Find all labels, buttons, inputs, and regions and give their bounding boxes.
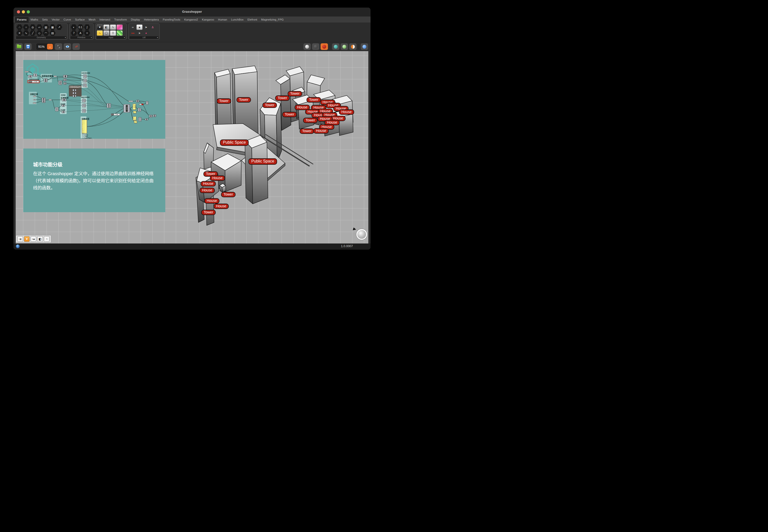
curve-icon[interactable]: ∿ [23, 30, 29, 36]
tab-sets[interactable]: Sets [40, 17, 50, 23]
jump-arrow-icon[interactable]: ➤ [136, 30, 142, 36]
param-pill[interactable]: Data [49, 99, 52, 101]
tab-curve[interactable]: Curve [62, 17, 73, 23]
tab-transform[interactable]: Transform [112, 17, 129, 23]
component-lng[interactable] [62, 104, 65, 107]
shape-icon[interactable]: ⌗ [84, 30, 90, 36]
param-pill[interactable]: 城市平面 [25, 71, 29, 72]
component-cull[interactable]: Cull [33, 74, 37, 77]
data-panel[interactable]: (0) 0 2 1 14 2 0.5 [133, 116, 136, 120]
component-merge[interactable]: Merge [107, 103, 111, 108]
tab-elefront[interactable]: Elefront [246, 17, 259, 23]
tab-human[interactable]: Human [216, 17, 229, 23]
component-item[interactable]: Item [138, 108, 141, 112]
mesh-icon[interactable]: ▦ [49, 24, 56, 30]
value-list-icon[interactable]: ☰ [110, 30, 116, 36]
param-pill[interactable]: 公共空间 [33, 102, 36, 104]
tab-mesh[interactable]: Mesh [87, 17, 97, 23]
data-tree-icon[interactable]: ♣ [136, 24, 142, 30]
integer-icon[interactable]: 7 [71, 30, 77, 36]
component-lng[interactable] [63, 79, 67, 81]
tab-vector[interactable]: Vector [50, 17, 62, 23]
knob-icon[interactable]: ◯ [103, 30, 109, 36]
group-expand-icon[interactable]: ▾ [124, 36, 125, 39]
circle-icon[interactable]: ○ [23, 24, 29, 30]
sketch-pen-button[interactable]: ✎ [72, 43, 80, 50]
open-file-button[interactable] [15, 43, 23, 50]
component-neural[interactable]: Neural [123, 104, 130, 113]
data-panel[interactable]: (0) 0 House 1 Tower 2 Pub [133, 104, 136, 110]
galapagos-flask-icon[interactable]: Δ [150, 24, 156, 30]
component-item[interactable]: Item [44, 78, 47, 82]
blue-sphere-button[interactable] [361, 43, 368, 50]
number-slider[interactable]: Iterations15 [111, 114, 120, 116]
gradient-icon[interactable] [116, 24, 123, 30]
component-remap[interactable]: ReMap [83, 74, 87, 78]
null-item-icon[interactable]: ✕ [16, 30, 23, 36]
view-navigation-sphere[interactable] [356, 229, 367, 240]
number-slider-icon[interactable]: ▼ [97, 24, 103, 30]
param-pill[interactable]: Selected curve [128, 101, 133, 102]
paint-drip-icon[interactable]: ▼ [24, 236, 30, 242]
button-icon[interactable]: ϟ [110, 24, 116, 30]
tab-display[interactable]: Display [129, 17, 142, 23]
gel-ball-icon[interactable]: ● [143, 30, 149, 36]
turquoise-style-button[interactable] [332, 43, 339, 50]
param-pill[interactable]: Data [54, 76, 57, 77]
boolean-icon[interactable]: ◐ [71, 24, 77, 30]
component-remap[interactable]: ReMap [83, 79, 87, 82]
component-bnd[interactable] [72, 95, 76, 97]
component-remap[interactable]: ReMap [82, 104, 86, 107]
component-remap[interactable]: ReMap [82, 109, 86, 113]
tab-params[interactable]: Params [15, 17, 29, 23]
group-expand-icon[interactable]: ▾ [157, 36, 158, 39]
tab-heteroptera[interactable]: Heteroptera [142, 17, 161, 23]
save-file-button[interactable] [24, 43, 32, 50]
data-panel[interactable]: (0;0… 0 1 [133, 111, 136, 113]
boolean-toggle-icon[interactable]: ◧ [103, 24, 109, 30]
param-pill[interactable]: 小房子 [33, 96, 36, 97]
title-bar[interactable]: Grasshopper [13, 8, 371, 16]
line-icon[interactable]: ╱ [30, 30, 36, 36]
cherry-picker-icon[interactable]: ●● [130, 30, 136, 36]
preview-shaded-button[interactable] [321, 43, 328, 50]
preview-toggle-icon[interactable]: ◧ [37, 236, 43, 242]
colour-swatch[interactable]: Swatch [139, 104, 143, 105]
panel-icon[interactable]: ∿ [97, 30, 103, 36]
text-icon[interactable]: A [77, 30, 83, 36]
param-point-icon[interactable]: ∴ [16, 24, 23, 30]
data-path-icon[interactable]: ʃ [84, 24, 90, 30]
component-explode[interactable]: Explode [58, 81, 62, 85]
wire-display-icon[interactable]: ↝ [31, 236, 36, 242]
component-remap[interactable]: ReMap [83, 83, 87, 87]
tab-kangaroo2[interactable]: Kangaroo2 [182, 17, 200, 23]
slider-grip[interactable] [117, 114, 118, 115]
tab-intersect[interactable]: Intersect [97, 17, 112, 23]
group-expand-icon[interactable]: ▾ [91, 36, 92, 39]
brep-icon[interactable]: ▤ [49, 30, 56, 36]
rectangle-icon[interactable]: ◇ [36, 30, 42, 36]
surface-icon[interactable]: ◠ [43, 30, 49, 36]
component-area[interactable] [136, 100, 139, 102]
expression-icon[interactable]: -x [17, 236, 23, 242]
number-icon[interactable]: 0.1 [77, 24, 83, 30]
definition-canvas[interactable]: Easy Ref [16, 51, 368, 243]
spectacles-icon[interactable]: ∞ [130, 24, 136, 30]
plane-icon[interactable]: ▱ [36, 24, 42, 30]
group-expand-icon[interactable]: ▾ [65, 36, 66, 39]
component-cap[interactable] [153, 115, 156, 117]
tab-magnetizing_fpg[interactable]: Magnetizing_FPG [259, 17, 286, 23]
component-crv[interactable] [28, 75, 32, 78]
component-bnd[interactable] [72, 92, 76, 94]
component-area[interactable] [62, 98, 66, 101]
data-panel[interactable]: (0;0… 0 1 [134, 121, 137, 123]
tab-lunchbox[interactable]: LunchBox [229, 17, 246, 23]
component-bnd[interactable] [72, 89, 76, 91]
tab-surface[interactable]: Surface [73, 17, 87, 23]
solver-timer-icon[interactable]: ◔ [44, 236, 49, 242]
tab-panelingtools[interactable]: PanelingTools [161, 17, 182, 23]
green-style-button[interactable] [341, 43, 348, 50]
param-pill[interactable]: 塔楼 [33, 99, 36, 101]
colour-swatch-icon[interactable] [116, 30, 123, 36]
component-explode[interactable]: Explode [55, 107, 58, 111]
